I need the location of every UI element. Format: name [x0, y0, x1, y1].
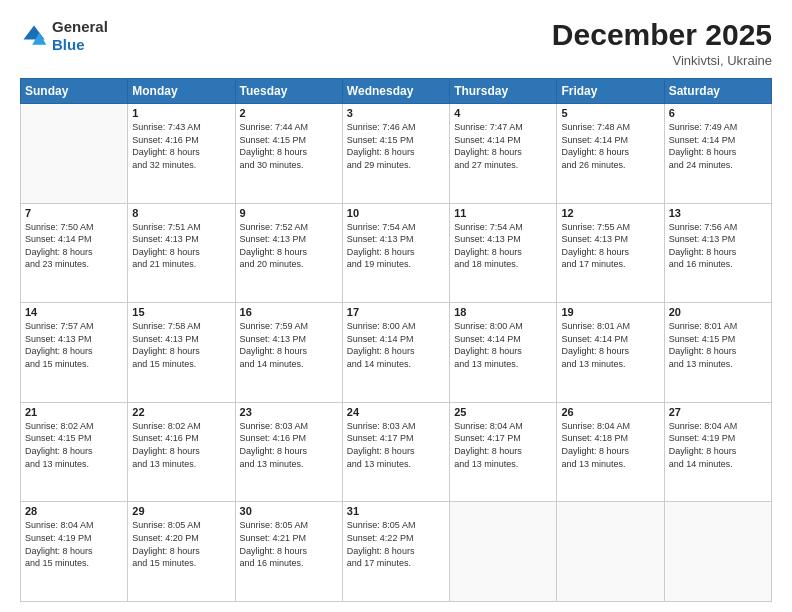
day-number: 18	[454, 306, 552, 318]
day-info: Sunrise: 8:01 AM Sunset: 4:15 PM Dayligh…	[669, 320, 767, 370]
day-info: Sunrise: 7:51 AM Sunset: 4:13 PM Dayligh…	[132, 221, 230, 271]
day-number: 14	[25, 306, 123, 318]
logo: General Blue	[20, 18, 108, 54]
day-number: 22	[132, 406, 230, 418]
week-row-4: 21Sunrise: 8:02 AM Sunset: 4:15 PM Dayli…	[21, 402, 772, 502]
table-row: 22Sunrise: 8:02 AM Sunset: 4:16 PM Dayli…	[128, 402, 235, 502]
day-info: Sunrise: 8:05 AM Sunset: 4:22 PM Dayligh…	[347, 519, 445, 569]
day-info: Sunrise: 8:01 AM Sunset: 4:14 PM Dayligh…	[561, 320, 659, 370]
day-number: 29	[132, 505, 230, 517]
day-info: Sunrise: 7:47 AM Sunset: 4:14 PM Dayligh…	[454, 121, 552, 171]
week-row-2: 7Sunrise: 7:50 AM Sunset: 4:14 PM Daylig…	[21, 203, 772, 303]
month-title: December 2025	[552, 18, 772, 51]
table-row: 23Sunrise: 8:03 AM Sunset: 4:16 PM Dayli…	[235, 402, 342, 502]
day-number: 2	[240, 107, 338, 119]
table-row	[557, 502, 664, 602]
day-number: 10	[347, 207, 445, 219]
day-info: Sunrise: 8:05 AM Sunset: 4:21 PM Dayligh…	[240, 519, 338, 569]
table-row: 10Sunrise: 7:54 AM Sunset: 4:13 PM Dayli…	[342, 203, 449, 303]
table-row: 25Sunrise: 8:04 AM Sunset: 4:17 PM Dayli…	[450, 402, 557, 502]
table-row: 8Sunrise: 7:51 AM Sunset: 4:13 PM Daylig…	[128, 203, 235, 303]
day-info: Sunrise: 7:58 AM Sunset: 4:13 PM Dayligh…	[132, 320, 230, 370]
logo-blue: Blue	[52, 36, 108, 54]
table-row: 2Sunrise: 7:44 AM Sunset: 4:15 PM Daylig…	[235, 104, 342, 204]
day-info: Sunrise: 8:02 AM Sunset: 4:16 PM Dayligh…	[132, 420, 230, 470]
day-number: 15	[132, 306, 230, 318]
table-row: 17Sunrise: 8:00 AM Sunset: 4:14 PM Dayli…	[342, 303, 449, 403]
logo-general: General	[52, 18, 108, 36]
day-number: 21	[25, 406, 123, 418]
day-number: 7	[25, 207, 123, 219]
calendar-table: Sunday Monday Tuesday Wednesday Thursday…	[20, 78, 772, 602]
table-row: 26Sunrise: 8:04 AM Sunset: 4:18 PM Dayli…	[557, 402, 664, 502]
table-row: 15Sunrise: 7:58 AM Sunset: 4:13 PM Dayli…	[128, 303, 235, 403]
table-row: 4Sunrise: 7:47 AM Sunset: 4:14 PM Daylig…	[450, 104, 557, 204]
logo-icon	[20, 22, 48, 50]
day-number: 31	[347, 505, 445, 517]
day-info: Sunrise: 8:04 AM Sunset: 4:18 PM Dayligh…	[561, 420, 659, 470]
location-subtitle: Vinkivtsi, Ukraine	[552, 53, 772, 68]
table-row: 27Sunrise: 8:04 AM Sunset: 4:19 PM Dayli…	[664, 402, 771, 502]
day-info: Sunrise: 7:54 AM Sunset: 4:13 PM Dayligh…	[454, 221, 552, 271]
day-info: Sunrise: 8:00 AM Sunset: 4:14 PM Dayligh…	[347, 320, 445, 370]
table-row: 13Sunrise: 7:56 AM Sunset: 4:13 PM Dayli…	[664, 203, 771, 303]
col-saturday: Saturday	[664, 79, 771, 104]
calendar-header-row: Sunday Monday Tuesday Wednesday Thursday…	[21, 79, 772, 104]
day-info: Sunrise: 7:46 AM Sunset: 4:15 PM Dayligh…	[347, 121, 445, 171]
table-row: 19Sunrise: 8:01 AM Sunset: 4:14 PM Dayli…	[557, 303, 664, 403]
day-info: Sunrise: 7:43 AM Sunset: 4:16 PM Dayligh…	[132, 121, 230, 171]
day-info: Sunrise: 8:04 AM Sunset: 4:17 PM Dayligh…	[454, 420, 552, 470]
day-number: 12	[561, 207, 659, 219]
day-number: 13	[669, 207, 767, 219]
table-row	[664, 502, 771, 602]
day-info: Sunrise: 7:54 AM Sunset: 4:13 PM Dayligh…	[347, 221, 445, 271]
day-info: Sunrise: 8:03 AM Sunset: 4:17 PM Dayligh…	[347, 420, 445, 470]
header: General Blue December 2025 Vinkivtsi, Uk…	[20, 18, 772, 68]
col-wednesday: Wednesday	[342, 79, 449, 104]
day-info: Sunrise: 7:49 AM Sunset: 4:14 PM Dayligh…	[669, 121, 767, 171]
week-row-5: 28Sunrise: 8:04 AM Sunset: 4:19 PM Dayli…	[21, 502, 772, 602]
day-info: Sunrise: 8:02 AM Sunset: 4:15 PM Dayligh…	[25, 420, 123, 470]
table-row: 5Sunrise: 7:48 AM Sunset: 4:14 PM Daylig…	[557, 104, 664, 204]
table-row: 14Sunrise: 7:57 AM Sunset: 4:13 PM Dayli…	[21, 303, 128, 403]
day-number: 25	[454, 406, 552, 418]
table-row: 21Sunrise: 8:02 AM Sunset: 4:15 PM Dayli…	[21, 402, 128, 502]
day-number: 8	[132, 207, 230, 219]
day-number: 23	[240, 406, 338, 418]
day-number: 24	[347, 406, 445, 418]
table-row	[450, 502, 557, 602]
day-info: Sunrise: 8:05 AM Sunset: 4:20 PM Dayligh…	[132, 519, 230, 569]
day-number: 16	[240, 306, 338, 318]
day-info: Sunrise: 8:00 AM Sunset: 4:14 PM Dayligh…	[454, 320, 552, 370]
table-row: 11Sunrise: 7:54 AM Sunset: 4:13 PM Dayli…	[450, 203, 557, 303]
col-thursday: Thursday	[450, 79, 557, 104]
table-row: 18Sunrise: 8:00 AM Sunset: 4:14 PM Dayli…	[450, 303, 557, 403]
day-number: 3	[347, 107, 445, 119]
day-info: Sunrise: 8:04 AM Sunset: 4:19 PM Dayligh…	[25, 519, 123, 569]
day-info: Sunrise: 7:56 AM Sunset: 4:13 PM Dayligh…	[669, 221, 767, 271]
table-row: 16Sunrise: 7:59 AM Sunset: 4:13 PM Dayli…	[235, 303, 342, 403]
day-number: 9	[240, 207, 338, 219]
day-info: Sunrise: 7:57 AM Sunset: 4:13 PM Dayligh…	[25, 320, 123, 370]
day-number: 6	[669, 107, 767, 119]
day-number: 28	[25, 505, 123, 517]
page: General Blue December 2025 Vinkivtsi, Uk…	[0, 0, 792, 612]
logo-text: General Blue	[52, 18, 108, 54]
table-row	[21, 104, 128, 204]
week-row-1: 1Sunrise: 7:43 AM Sunset: 4:16 PM Daylig…	[21, 104, 772, 204]
table-row: 9Sunrise: 7:52 AM Sunset: 4:13 PM Daylig…	[235, 203, 342, 303]
table-row: 20Sunrise: 8:01 AM Sunset: 4:15 PM Dayli…	[664, 303, 771, 403]
day-number: 4	[454, 107, 552, 119]
table-row: 29Sunrise: 8:05 AM Sunset: 4:20 PM Dayli…	[128, 502, 235, 602]
table-row: 24Sunrise: 8:03 AM Sunset: 4:17 PM Dayli…	[342, 402, 449, 502]
day-number: 20	[669, 306, 767, 318]
day-info: Sunrise: 7:44 AM Sunset: 4:15 PM Dayligh…	[240, 121, 338, 171]
day-number: 27	[669, 406, 767, 418]
table-row: 31Sunrise: 8:05 AM Sunset: 4:22 PM Dayli…	[342, 502, 449, 602]
day-info: Sunrise: 8:04 AM Sunset: 4:19 PM Dayligh…	[669, 420, 767, 470]
table-row: 3Sunrise: 7:46 AM Sunset: 4:15 PM Daylig…	[342, 104, 449, 204]
day-number: 30	[240, 505, 338, 517]
day-info: Sunrise: 7:48 AM Sunset: 4:14 PM Dayligh…	[561, 121, 659, 171]
table-row: 30Sunrise: 8:05 AM Sunset: 4:21 PM Dayli…	[235, 502, 342, 602]
day-info: Sunrise: 8:03 AM Sunset: 4:16 PM Dayligh…	[240, 420, 338, 470]
